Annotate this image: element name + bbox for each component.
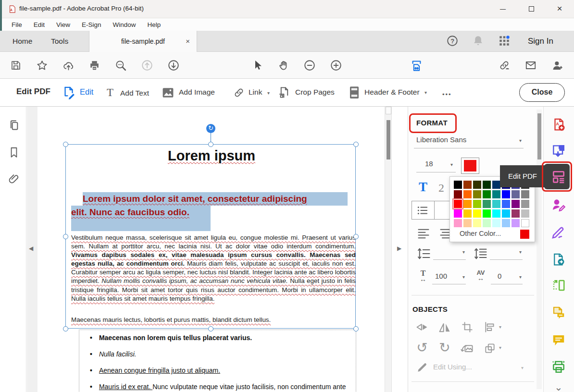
flip-vertical-icon[interactable]	[415, 320, 429, 334]
color-swatch[interactable]	[463, 181, 472, 189]
attachments-paperclip-icon[interactable]	[7, 172, 20, 187]
color-swatch[interactable]	[502, 219, 510, 227]
add-text-button[interactable]: T Add Text	[107, 86, 113, 99]
edit-using-label[interactable]: Edit Using...	[433, 363, 486, 371]
resize-handle-bottom-right[interactable]	[353, 326, 359, 331]
crop-object-icon[interactable]	[460, 320, 474, 334]
star-favorite-icon[interactable]	[35, 59, 49, 72]
color-swatch[interactable]	[521, 190, 529, 198]
collapse-left-pane-icon[interactable]: ◀	[29, 245, 33, 252]
color-swatch[interactable]	[473, 219, 481, 227]
color-swatch[interactable]	[454, 181, 462, 189]
color-swatch[interactable]	[492, 200, 500, 208]
resize-handle-bottom-center[interactable]	[208, 326, 213, 331]
create-pdf-icon[interactable]: A	[551, 117, 566, 132]
color-swatch[interactable]	[483, 181, 491, 189]
help-icon[interactable]: ?	[446, 35, 460, 48]
color-swatch[interactable]	[463, 200, 472, 208]
color-swatch[interactable]	[454, 219, 462, 227]
color-swatch[interactable]	[502, 190, 510, 198]
color-swatch[interactable]	[492, 190, 500, 198]
organize-pages-icon[interactable]	[551, 278, 566, 293]
comment-bubble-icon[interactable]	[551, 332, 566, 348]
color-swatch[interactable]	[512, 200, 520, 208]
resize-handle-mid-left[interactable]	[63, 234, 68, 239]
resize-handle-top-center[interactable]	[208, 142, 213, 147]
color-swatch[interactable]	[502, 200, 510, 208]
color-swatch[interactable]	[454, 209, 462, 218]
rail-expand-chevron-icon[interactable]: ⌄	[551, 380, 566, 392]
color-swatch[interactable]	[492, 219, 500, 227]
maximize-button[interactable]	[520, 0, 542, 18]
request-signatures-icon[interactable]	[551, 197, 566, 212]
other-color-link[interactable]: Other Color...	[460, 230, 501, 237]
align-objects-caret-icon[interactable]: ▾	[499, 324, 501, 330]
menu-esign[interactable]: E-Sign	[77, 20, 106, 30]
close-window-button[interactable]: ×	[549, 0, 571, 18]
color-swatch[interactable]	[483, 200, 491, 208]
tab-home[interactable]: Home	[4, 31, 41, 52]
save-icon[interactable]	[9, 59, 23, 72]
format-panel-scrollbar[interactable]	[537, 110, 542, 389]
sign-in-button[interactable]: Sign In	[519, 31, 562, 52]
page-thumbnails-icon[interactable]	[7, 119, 20, 134]
editbar-more-icon[interactable]: •••	[442, 91, 452, 98]
link-button[interactable]: Link ▾	[233, 86, 245, 101]
edit-tool-button[interactable]: Edit	[62, 86, 76, 102]
color-swatch[interactable]	[512, 209, 520, 218]
next-page-icon[interactable]	[167, 59, 180, 72]
color-swatch[interactable]	[492, 209, 500, 218]
app-grid-icon[interactable]	[498, 35, 512, 48]
notifications-bell-icon[interactable]	[472, 35, 486, 48]
color-swatch[interactable]	[454, 200, 462, 208]
select-cursor-icon[interactable]	[251, 59, 264, 72]
arrange-objects-caret-icon[interactable]: ▾	[499, 345, 501, 350]
color-swatch[interactable]	[463, 219, 472, 227]
color-swatch[interactable]	[473, 190, 481, 198]
search-icon[interactable]	[114, 59, 127, 72]
account-avatar-icon[interactable]	[550, 59, 564, 72]
format-panel-scrollbar-thumb[interactable]	[537, 113, 541, 159]
color-swatch[interactable]	[473, 181, 481, 189]
color-swatch[interactable]	[483, 219, 491, 227]
superscript-icon[interactable]: 2	[438, 182, 444, 195]
color-swatch[interactable]	[463, 209, 472, 218]
bookmarks-icon[interactable]	[8, 146, 20, 160]
zoom-out-icon[interactable]	[303, 59, 316, 72]
menu-edit[interactable]: Edit	[29, 20, 50, 30]
arrange-objects-icon[interactable]	[483, 341, 497, 355]
rotate-cw-icon[interactable]: ↻	[437, 340, 452, 355]
menu-help[interactable]: Help	[143, 20, 166, 30]
collapse-right-pane-icon[interactable]: ▶	[397, 245, 401, 252]
replace-image-icon[interactable]	[460, 341, 474, 355]
export-pdf-icon[interactable]	[551, 143, 566, 159]
fill-and-sign-icon[interactable]	[551, 224, 566, 240]
minimize-button[interactable]: —	[492, 0, 514, 18]
zoom-in-icon[interactable]	[329, 59, 343, 72]
scrollbar-thumb[interactable]	[387, 120, 390, 159]
color-swatch[interactable]	[512, 190, 520, 198]
flip-horizontal-icon[interactable]	[437, 320, 452, 334]
color-swatch[interactable]	[483, 190, 491, 198]
color-swatch[interactable]	[521, 219, 529, 227]
resize-handle-bottom-left[interactable]	[63, 326, 68, 331]
header-footer-button[interactable]: Header & Footer ▾	[349, 86, 360, 101]
cloud-upload-icon[interactable]	[62, 59, 75, 72]
resize-handle-top-left[interactable]	[63, 142, 68, 147]
resize-handle-top-right[interactable]	[353, 142, 359, 147]
rotate-ccw-icon[interactable]: ↺	[415, 340, 429, 355]
color-swatch[interactable]	[521, 209, 529, 218]
email-icon[interactable]	[524, 59, 537, 72]
add-image-button[interactable]: Add Image	[162, 87, 175, 100]
menu-file[interactable]: File	[7, 20, 27, 30]
menu-window[interactable]: Window	[108, 20, 141, 30]
share-file-icon[interactable]	[551, 252, 566, 267]
align-left-icon[interactable]	[417, 228, 430, 241]
crop-pages-button[interactable]: Crop Pages	[278, 86, 291, 101]
color-swatch[interactable]	[483, 209, 491, 218]
tab-document[interactable]: file-sample.pdf ×	[89, 31, 197, 52]
scroll-up-button[interactable]	[386, 107, 391, 114]
share-link-icon[interactable]	[498, 59, 511, 72]
align-objects-icon[interactable]	[483, 320, 497, 334]
color-swatch[interactable]	[454, 190, 462, 198]
